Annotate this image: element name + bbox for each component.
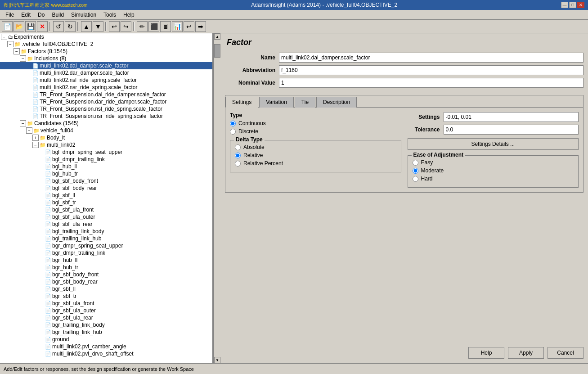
tree-item-bgr-sbf-ula-rear[interactable]: 📄 bgr_sbf_ula_rear <box>0 314 212 321</box>
tree-experiments[interactable]: − 🗂 Experiments <box>0 33 212 41</box>
scroll-down-arrow[interactable]: ▼ <box>214 357 220 363</box>
tree-item-bgl-trailing-hub[interactable]: 📄 bgl_trailing_link_hub <box>0 235 212 242</box>
expander-body-lt[interactable]: + <box>32 135 39 141</box>
tree-item-7[interactable]: 📄 multi_link02.nsr_ride_spring.scale_fac… <box>0 84 212 91</box>
tree-item-bgl-sbf-body-front[interactable]: 📄 bgl_sbf_body_front <box>0 177 212 185</box>
toolbar-up[interactable]: ▲ <box>81 21 92 32</box>
toolbar-undo[interactable]: ↩ <box>109 21 120 32</box>
menu-do[interactable]: Do <box>34 11 48 19</box>
tree-multi-link02[interactable]: − 📁 multi_link02 <box>0 141 212 149</box>
toolbar-down[interactable]: ▼ <box>93 21 103 32</box>
menu-simulation[interactable]: Simulation <box>67 11 100 19</box>
toolbar-save[interactable]: 💾 <box>25 21 36 32</box>
tree-item-pvl-drvo[interactable]: 📄 multi_link02.pvl_drvo_shaft_offset <box>0 350 212 357</box>
tree-item-bgr-sbf-tr[interactable]: 📄 bgr_sbf_tr <box>0 293 212 300</box>
tree-item-bgr-hub-tr[interactable]: 📄 bgr_hub_tr <box>0 264 212 271</box>
menu-build[interactable]: Build <box>48 11 67 19</box>
tolerance-field[interactable] <box>444 125 579 135</box>
tree-item-6[interactable]: 📄 multi_link02.nsl_ride_spring.scale_fac… <box>0 77 212 84</box>
tree-item-11[interactable]: 📄 TR_Front_Suspension.nsr_ride_spring.sc… <box>0 113 212 120</box>
tree-body-lt[interactable]: + 📁 Body_lt <box>0 134 212 141</box>
tree-inclusions[interactable]: − 📁 Inclusions (8) <box>0 55 212 62</box>
tree-item-bgl-sbf-ula-outer[interactable]: 📄 bgl_sbf_ula_outer <box>0 213 212 221</box>
tree-item-8[interactable]: 📄 TR_Front_Suspension.dal_ride_damper.sc… <box>0 91 212 98</box>
menu-file[interactable]: File <box>2 11 18 19</box>
tree-item-bgr-trailing-hub[interactable]: 📄 bgr_trailing_link_hub <box>0 329 212 336</box>
settings-details-button[interactable]: Settings Details ... <box>408 138 579 150</box>
tree-factors[interactable]: − 📁 Factors (8:1545) <box>0 48 212 55</box>
minimize-button[interactable]: — <box>561 2 568 8</box>
tree-item-bgr-sbf-ula-outer[interactable]: 📄 bgr_sbf_ula_outer <box>0 307 212 314</box>
toolbar-next[interactable]: ➡ <box>195 21 206 32</box>
type-discrete-radio[interactable] <box>230 129 236 135</box>
tree-item-selected[interactable]: 📄 multi_link02.dal_damper.scale_factor <box>0 62 212 69</box>
tab-tie[interactable]: Tie <box>295 97 315 108</box>
tree-item-bgr-sbf-ula-front[interactable]: 📄 bgr_sbf_ula_front <box>0 300 212 307</box>
tree-item-bgl-hub-tr[interactable]: 📄 bgl_hub_tr <box>0 170 212 177</box>
tree-item-bgl-sbf-tr[interactable]: 📄 bgl_sbf_tr <box>0 199 212 206</box>
toolbar-back[interactable]: ↺ <box>53 21 64 32</box>
tree-item-pvl-camber[interactable]: 📄 multi_link02.pvl_camber_angle <box>0 343 212 350</box>
tree-item-5[interactable]: 📄 multi_link02.dar_damper.scale_factor <box>0 69 212 77</box>
cancel-button[interactable]: Cancel <box>548 347 584 359</box>
tree-vehicle[interactable]: − 📁 vehicle_full04 <box>0 127 212 134</box>
delta-relative-percent-radio[interactable] <box>235 161 241 167</box>
type-continuous-radio[interactable] <box>230 121 236 126</box>
tree-item-bgr-dmpr-spring[interactable]: 📄 bgr_dmpr_spring_seat_upper <box>0 242 212 249</box>
close-button[interactable]: ✕ <box>577 2 584 8</box>
scroll-thumb[interactable] <box>214 44 220 58</box>
toolbar-open[interactable]: 📂 <box>13 21 24 32</box>
tree-item-ground[interactable]: 📄 ground <box>0 336 212 343</box>
tree-scrollbar[interactable]: ▲ ▼ <box>213 33 220 363</box>
tree-item-bgl-sbf-ula-rear[interactable]: 📄 bgl_sbf_ula_rear <box>0 221 212 228</box>
tab-description[interactable]: Description <box>316 97 357 108</box>
ease-moderate-radio[interactable] <box>413 168 418 174</box>
ease-easy-radio[interactable] <box>413 160 418 166</box>
tree-item-bgl-dmpr-spring[interactable]: 📄 bgl_dmpr_spring_seat_upper <box>0 149 212 156</box>
delta-relative-radio[interactable] <box>235 153 241 158</box>
expander-factors[interactable]: − <box>13 48 20 54</box>
tree-item-bgr-sbf-ll[interactable]: 📄 bgr_sbf_ll <box>0 285 212 293</box>
abbreviation-field[interactable] <box>279 65 584 75</box>
menu-help[interactable]: Help <box>120 11 138 19</box>
tree-item-bgr-hub-ll[interactable]: 📄 bgr_hub_ll <box>0 257 212 264</box>
menu-edit[interactable]: Edit <box>18 11 34 19</box>
expander-experiments[interactable]: − <box>1 34 7 40</box>
toolbar-fwd[interactable]: ↻ <box>65 21 76 32</box>
settings-value-field[interactable] <box>444 112 579 122</box>
tree-item-10[interactable]: 📄 TR_Front_Suspension.nsl_ride_spring.sc… <box>0 105 212 113</box>
tab-variation[interactable]: Variation <box>259 97 293 108</box>
help-button[interactable]: Help <box>468 347 504 359</box>
scroll-up-arrow[interactable]: ▲ <box>214 33 220 40</box>
tree-item-bgl-hub-ll[interactable]: 📄 bgl_hub_ll <box>0 163 212 170</box>
expander-candidates[interactable]: − <box>20 120 26 126</box>
toolbar-calc[interactable]: 🖩 <box>160 21 171 32</box>
toolbar-new[interactable]: 📄 <box>2 21 13 32</box>
toolbar-run[interactable]: ↩ <box>184 21 194 32</box>
tree-item-bgr-sbf-body-front[interactable]: 📄 bgr_sbf_body_front <box>0 271 212 278</box>
tree-item-bgl-trailing-body[interactable]: 📄 bgl_trailing_link_body <box>0 228 212 235</box>
expander-multi-link02[interactable]: − <box>32 142 39 148</box>
nominal-field[interactable] <box>279 78 584 88</box>
tree-item-bgr-sbf-body-rear[interactable]: 📄 bgr_sbf_body_rear <box>0 278 212 285</box>
toolbar-edit[interactable]: ✏ <box>137 21 148 32</box>
expander-objective[interactable]: − <box>7 41 13 47</box>
toolbar-block[interactable]: ⬛ <box>148 21 159 32</box>
expander-inclusions[interactable]: − <box>20 55 26 62</box>
tree-item-bgl-sbf-ula-front[interactable]: 📄 bgl_sbf_ula_front <box>0 206 212 213</box>
tree-item-bgl-dmpr-trailing[interactable]: 📄 bgl_dmpr_trailing_link <box>0 156 212 163</box>
name-field[interactable] <box>279 53 584 63</box>
delta-absolute-radio[interactable] <box>235 144 241 150</box>
toolbar-chart[interactable]: 📊 <box>172 21 183 32</box>
toolbar-delete[interactable]: ✕ <box>37 21 48 32</box>
tree-item-bgl-sbf-ll[interactable]: 📄 bgl_sbf_ll <box>0 192 212 199</box>
tree-item-bgl-sbf-body-rear[interactable]: 📄 bgl_sbf_body_rear <box>0 185 212 192</box>
menu-tools[interactable]: Tools <box>100 11 120 19</box>
ease-hard-radio[interactable] <box>413 176 418 182</box>
maximize-button[interactable]: □ <box>569 2 576 8</box>
tree-item-bgr-trailing-body[interactable]: 📄 bgr_trailing_link_body <box>0 321 212 329</box>
tab-settings[interactable]: Settings <box>225 97 258 108</box>
tree-item-9[interactable]: 📄 TR_Front_Suspension.dar_ride_damper.sc… <box>0 98 212 105</box>
tree-candidates[interactable]: − 📁 Candidates (1545) <box>0 120 212 127</box>
expander-vehicle[interactable]: − <box>26 127 32 134</box>
